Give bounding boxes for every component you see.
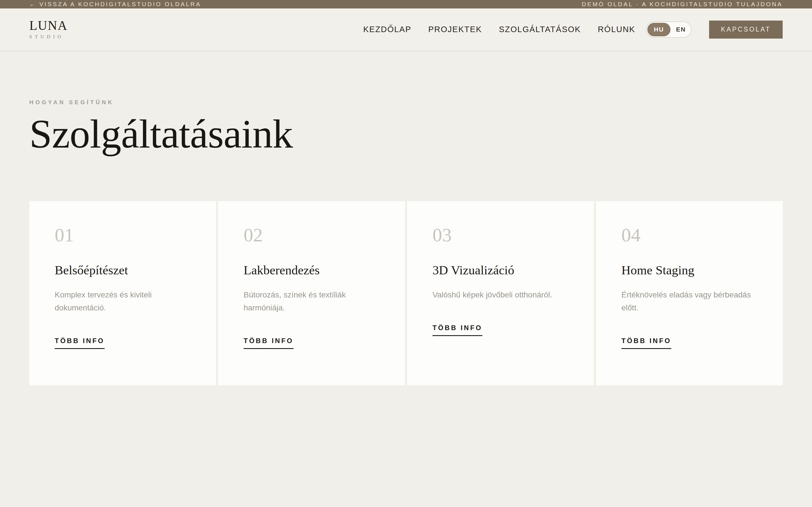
tobb-info-link[interactable]: TÖBB INFO [244, 337, 294, 349]
service-description: Valóshű képek jövőbeli otthonáról. [433, 288, 568, 301]
demo-site-note: DEMÓ OLDAL · A KOCHDIGITALSTUDIO TULAJDO… [581, 1, 783, 8]
tobb-info-link[interactable]: TÖBB INFO [621, 337, 671, 349]
top-utility-bar: ← VISSZA A KOCHDIGITALSTUDIO OLDALRA DEM… [0, 0, 812, 8]
service-title: Belsőépítészet [55, 263, 191, 278]
service-card-lakberendezes: 02 Lakberendezés Bútorozás, színek és te… [218, 201, 405, 385]
service-number: 03 [433, 225, 568, 244]
service-number: 04 [621, 225, 757, 244]
nav-item-projektek[interactable]: PROJEKTEK [428, 25, 482, 34]
service-description: Bútorozás, színek és textíliák harmóniáj… [244, 288, 379, 314]
main-nav: KEZDŐLAP PROJEKTEK SZOLGÁLTATÁSOK RÓLUNK [363, 25, 635, 34]
service-number: 01 [55, 225, 191, 244]
service-description: Értéknövelés eladás vagy bérbeadás előtt… [621, 288, 757, 314]
language-option-en[interactable]: EN [676, 26, 686, 33]
service-title: Lakberendezés [244, 263, 379, 278]
service-card-belsoepiteszet: 01 Belsőépítészet Komplex tervezés és ki… [29, 201, 216, 385]
service-card-home-staging: 04 Home Staging Értéknövelés eladás vagy… [596, 201, 783, 385]
service-number: 02 [244, 225, 379, 244]
language-option-hu[interactable]: HU [647, 23, 670, 36]
kapcsolat-button[interactable]: KAPCSOLAT [709, 20, 783, 39]
tobb-info-link[interactable]: TÖBB INFO [55, 337, 105, 349]
hero-eyebrow: HOGYAN SEGÍTÜNK [29, 51, 783, 106]
language-toggle[interactable]: HU EN [646, 21, 692, 38]
logo[interactable]: LUNA STUDIO [29, 19, 68, 40]
page-title: Szolgáltatásaink [29, 112, 783, 156]
logo-subtitle: STUDIO [29, 34, 68, 40]
service-description: Komplex tervezés és kiviteli dokumentáci… [55, 288, 191, 314]
logo-title: LUNA [29, 19, 68, 32]
site-header: LUNA STUDIO KEZDŐLAP PROJEKTEK SZOLGÁLTA… [0, 8, 812, 51]
service-card-3d-vizualizacio: 03 3D Vizualizáció Valóshű képek jövőbel… [407, 201, 594, 385]
service-title: 3D Vizualizáció [433, 263, 568, 278]
tobb-info-link[interactable]: TÖBB INFO [433, 324, 483, 336]
nav-item-rolunk[interactable]: RÓLUNK [598, 25, 635, 34]
services-grid: 01 Belsőépítészet Komplex tervezés és ki… [29, 201, 783, 385]
back-to-kochdigitalstudio-link[interactable]: ← VISSZA A KOCHDIGITALSTUDIO OLDALRA [29, 1, 201, 8]
nav-item-kezdolap[interactable]: KEZDŐLAP [363, 25, 411, 34]
service-title: Home Staging [621, 263, 757, 278]
nav-item-szolgaltatasok[interactable]: SZOLGÁLTATÁSOK [499, 25, 581, 34]
hero-section: HOGYAN SEGÍTÜNK Szolgáltatásaink [0, 51, 812, 156]
